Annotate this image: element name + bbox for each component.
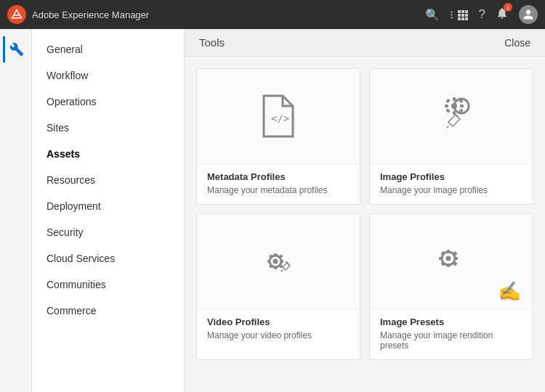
card-image-profiles-title: Image Profiles: [380, 171, 522, 182]
svg-line-34: [281, 270, 283, 271]
video-profiles-icon: [255, 238, 302, 285]
svg-rect-16: [460, 105, 464, 107]
svg-rect-6: [461, 14, 464, 17]
rail-icon-tools[interactable]: [3, 36, 29, 62]
svg-rect-9: [461, 17, 464, 20]
card-video-profiles[interactable]: Video Profiles Manage your video profile…: [196, 213, 360, 360]
tools-title: Tools: [199, 36, 225, 49]
svg-point-24: [273, 259, 278, 264]
card-video-profiles-desc: Manage your video profiles: [207, 330, 350, 340]
sidebar-item-deployment[interactable]: Deployment: [32, 193, 184, 219]
card-image-profiles-info: Image Profiles Manage your image profile…: [370, 163, 533, 204]
svg-rect-37: [447, 250, 450, 253]
card-image-profiles-icon-area: [370, 69, 533, 163]
svg-rect-2: [458, 10, 461, 13]
notification-badge: 1: [504, 3, 512, 12]
sidebar-item-cloud-services[interactable]: Cloud Services: [32, 245, 184, 271]
svg-rect-3: [461, 10, 464, 13]
sidebar-item-commerce[interactable]: Commerce: [32, 298, 184, 324]
search-icon[interactable]: 🔍: [425, 8, 440, 22]
cursor-hand-icon: ✍: [498, 280, 521, 303]
card-image-presets-info: Image Presets Manage your image renditio…: [370, 309, 533, 359]
content-area: Tools Close </> Metadata Profiles Manage…: [185, 29, 545, 392]
image-profiles-icon: [428, 93, 475, 139]
svg-point-36: [446, 256, 451, 261]
card-metadata-info: Metadata Profiles Manage your metadata p…: [197, 163, 360, 204]
sidebar-item-communities[interactable]: Communities: [32, 271, 184, 298]
svg-rect-13: [453, 97, 456, 101]
card-image-profiles[interactable]: Image Profiles Manage your image profile…: [369, 68, 533, 205]
card-metadata-profiles[interactable]: </> Metadata Profiles Manage your metada…: [196, 68, 360, 205]
content-header: Tools Close: [185, 29, 545, 57]
top-bar-right: 🔍 ⁝ ? 1: [425, 5, 538, 24]
svg-rect-17: [445, 99, 450, 103]
sidebar-item-security[interactable]: Security: [32, 219, 184, 245]
svg-rect-27: [267, 260, 270, 263]
sidebar-item-assets[interactable]: Assets: [32, 141, 184, 167]
svg-rect-43: [440, 261, 445, 266]
sidebar-item-sites[interactable]: Sites: [32, 115, 184, 141]
svg-rect-28: [280, 260, 283, 263]
card-image-profiles-desc: Manage your image profiles: [380, 185, 522, 195]
svg-line-22: [447, 126, 448, 128]
top-bar: Adobe Experience Manager 🔍 ⁝ ? 1: [0, 0, 545, 29]
sidebar: General Workflow Operations Sites Assets…: [32, 29, 185, 392]
svg-rect-41: [440, 251, 445, 256]
app-title: Adobe Experience Manager: [32, 9, 149, 20]
svg-marker-0: [12, 10, 22, 18]
card-image-presets-icon-area: ✍: [370, 214, 533, 309]
svg-point-12: [451, 103, 457, 109]
grid-icon[interactable]: ⁝: [450, 8, 468, 22]
card-image-presets-desc: Manage your image rendition presets: [380, 330, 522, 351]
image-presets-icon: [428, 238, 475, 285]
svg-rect-4: [465, 10, 468, 13]
sidebar-item-resources[interactable]: Resources: [32, 167, 184, 193]
card-image-presets-title: Image Presets: [380, 317, 522, 327]
card-metadata-icon-area: </>: [197, 69, 360, 163]
aem-logo: [7, 5, 26, 24]
top-bar-left: Adobe Experience Manager: [7, 5, 149, 24]
card-video-profiles-info: Video Profiles Manage your video profile…: [197, 309, 360, 349]
svg-rect-40: [454, 257, 458, 260]
help-icon[interactable]: ?: [479, 7, 485, 22]
close-button[interactable]: Close: [504, 37, 530, 49]
sidebar-item-general[interactable]: General: [32, 36, 184, 62]
svg-rect-19: [445, 108, 450, 113]
card-video-profiles-title: Video Profiles: [207, 317, 350, 327]
user-avatar[interactable]: [519, 5, 538, 24]
sidebar-item-operations[interactable]: Operations: [32, 89, 184, 115]
metadata-icon: </>: [255, 93, 302, 139]
svg-rect-8: [458, 17, 461, 20]
card-video-profiles-icon-area: [197, 214, 360, 309]
svg-rect-26: [274, 266, 277, 269]
sidebar-item-workflow[interactable]: Workflow: [32, 62, 184, 89]
svg-rect-7: [465, 14, 468, 17]
card-metadata-title: Metadata Profiles: [207, 171, 350, 182]
icon-rail: [0, 29, 32, 392]
svg-rect-25: [274, 253, 277, 256]
svg-rect-10: [465, 17, 468, 20]
svg-rect-38: [447, 264, 450, 267]
svg-text:</>: </>: [271, 113, 289, 124]
main-layout: General Workflow Operations Sites Assets…: [0, 29, 545, 392]
svg-rect-5: [458, 14, 461, 17]
bell-icon[interactable]: 1: [496, 7, 509, 23]
card-metadata-desc: Manage your metadata profiles: [207, 185, 350, 195]
cards-grid: </> Metadata Profiles Manage your metada…: [185, 57, 545, 372]
svg-rect-15: [445, 105, 448, 107]
svg-rect-39: [439, 257, 443, 260]
card-image-presets[interactable]: ✍ Image Presets Manage your image rendit…: [369, 213, 533, 360]
